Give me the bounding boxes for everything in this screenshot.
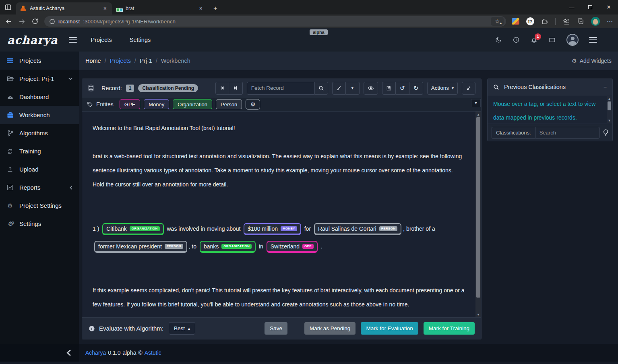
undo-icon[interactable]: ↺: [396, 82, 409, 95]
entity-tag-money[interactable]: Money: [144, 99, 169, 109]
mark-for-evaluation-button[interactable]: Mark for Evaluation: [361, 322, 418, 335]
scroll-down-icon[interactable]: ▼: [608, 118, 611, 123]
sidebar-item-settings[interactable]: ⚙⚙ Settings: [0, 215, 79, 233]
entity-tag-organization[interactable]: Organization: [173, 99, 212, 109]
content-area: Record: 1 Classification Pending: [79, 70, 618, 344]
aside-toggle-icon[interactable]: [589, 37, 597, 43]
tab-actions-icon[interactable]: [0, 0, 16, 14]
panel-title: Previous Classifications: [504, 84, 566, 90]
extensions-puzzle-icon[interactable]: [541, 18, 548, 25]
fetch-record-input[interactable]: [247, 82, 314, 95]
sidebar-item-project-settings[interactable]: ⚙ Project Settings: [0, 196, 79, 215]
restore-button[interactable]: [581, 0, 599, 14]
site-info-icon[interactable]: [49, 19, 55, 25]
browser-menu-icon[interactable]: ⋯: [607, 18, 613, 25]
lightbulb-icon[interactable]: [603, 129, 608, 136]
breadcrumb-prj-1[interactable]: Prj-1: [140, 58, 152, 64]
nav-link-projects[interactable]: Projects: [91, 37, 112, 43]
favorites-list-icon[interactable]: [562, 18, 570, 25]
entity-annotation[interactable]: Raul Salinas de GortariPERSON: [314, 223, 401, 235]
redo-icon[interactable]: ↻: [409, 82, 423, 95]
nav-link-settings[interactable]: Settings: [130, 37, 151, 43]
brush-icon[interactable]: [332, 82, 346, 95]
breadcrumb-home[interactable]: Home: [85, 58, 101, 64]
mark-for-training-button[interactable]: Mark for Training: [424, 322, 475, 335]
panel-scrollbar[interactable]: ▲ ▼: [607, 96, 612, 123]
sidebar-item-projects[interactable]: Projects: [0, 52, 79, 70]
sidebar-item-reports[interactable]: Reports: [0, 178, 79, 196]
collections-icon[interactable]: [577, 18, 584, 25]
back-icon[interactable]: [5, 18, 12, 25]
sidebar-collapse-bar[interactable]: [0, 344, 79, 362]
entity-annotation[interactable]: banksORGANIZATION: [200, 241, 256, 253]
user-avatar[interactable]: [566, 34, 579, 46]
skip-to-last-button[interactable]: [229, 82, 243, 95]
expand-icon[interactable]: [462, 82, 475, 95]
footer-app-link[interactable]: Acharya: [85, 350, 106, 356]
address-bar[interactable]: localhost:3000/#/projects/Prj-1/NER/work…: [44, 16, 506, 27]
actions-dropdown[interactable]: Actions ▾: [427, 82, 458, 95]
sidebar-item-training[interactable]: Training: [0, 142, 79, 160]
tab-close-icon[interactable]: ×: [102, 5, 108, 12]
browser-profile-avatar[interactable]: [591, 17, 600, 26]
scroll-down-icon[interactable]: ▼: [477, 312, 480, 317]
tab-close-icon[interactable]: ×: [198, 5, 204, 12]
save-disk-icon[interactable]: [382, 82, 396, 95]
sidebar-item-label: Project: Prj-1: [19, 75, 54, 82]
record-label: Record:: [101, 85, 122, 91]
notifications-bell-icon[interactable]: 1: [530, 36, 538, 44]
mark-as-pending-button[interactable]: Mark as Pending: [304, 322, 356, 335]
entity-label-chip: ORGANIZATION: [221, 244, 252, 249]
entity-tag-gpe[interactable]: GPE: [120, 99, 140, 109]
close-window-button[interactable]: ×: [599, 0, 618, 14]
refresh-icon[interactable]: [31, 18, 39, 25]
history-clock-icon[interactable]: [513, 36, 520, 43]
add-widgets-button[interactable]: ⚙ Add Widgets: [572, 58, 612, 64]
sidebar-item-project-prj-1[interactable]: Project: Prj-1: [0, 70, 79, 88]
folder-open-icon: [6, 76, 14, 82]
algorithm-dropdown[interactable]: Best ▴: [169, 322, 195, 335]
acharya-logo[interactable]: acharya: [7, 34, 58, 46]
entity-annotation[interactable]: CitibankORGANIZATION: [102, 223, 163, 235]
forward-icon[interactable]: [18, 18, 26, 25]
sidebar-toggle-icon[interactable]: [69, 37, 77, 43]
breadcrumb-projects[interactable]: Projects: [110, 58, 131, 64]
info-icon: [89, 325, 95, 332]
collapse-minus-icon[interactable]: −: [604, 84, 607, 90]
doc-paragraph: brat is a web-based tool for structured …: [93, 149, 465, 192]
dark-mode-moon-icon[interactable]: [495, 36, 502, 43]
entity-annotation[interactable]: $100 millionMONEY: [244, 223, 301, 235]
search-icon[interactable]: [314, 82, 328, 95]
panel-caret-button[interactable]: ▾: [471, 99, 481, 107]
save-button[interactable]: Save: [265, 322, 287, 335]
extension-image-icon[interactable]: [512, 18, 519, 25]
entity-annotation[interactable]: SwitzerlandGPE: [267, 241, 318, 253]
panel-hint-text: Mouse over a tag, or select a text to vi…: [488, 95, 606, 124]
widget-panel-icon[interactable]: [548, 36, 556, 44]
scrollbar-thumb[interactable]: [476, 117, 480, 298]
chevron-left-icon[interactable]: [66, 350, 71, 356]
extension-f-icon[interactable]: f?: [526, 17, 534, 25]
entity-settings-button[interactable]: ⚙: [246, 99, 260, 110]
document-scrollbar[interactable]: ▲ ▼: [475, 112, 481, 317]
browser-tab-acharya[interactable]: Astutic Acharya ×: [16, 2, 112, 14]
sidebar-item-workbench[interactable]: Workbench: [0, 106, 79, 124]
scroll-up-icon[interactable]: ▲: [608, 96, 611, 101]
new-tab-button[interactable]: +: [209, 2, 221, 14]
browser-tab-brat[interactable]: brat ×: [112, 2, 208, 14]
scrollbar-thumb[interactable]: [608, 101, 611, 110]
eye-icon[interactable]: [364, 82, 378, 95]
skip-to-first-button[interactable]: [215, 82, 229, 95]
entity-tag-person[interactable]: Person: [216, 99, 242, 109]
sidebar-item-dashboard[interactable]: Dashboard: [0, 88, 79, 106]
minimize-button[interactable]: —: [562, 0, 581, 14]
brush-dropdown-button[interactable]: ▾: [346, 82, 360, 95]
sidebar-item-upload[interactable]: Upload: [0, 160, 79, 178]
sidebar-item-algorithms[interactable]: Algorithms: [0, 124, 79, 142]
classifications-search-input[interactable]: [535, 127, 599, 139]
entity-annotation[interactable]: former Mexican presidentPERSON: [94, 241, 187, 253]
footer-company-link[interactable]: Astutic: [145, 350, 161, 356]
scroll-up-icon[interactable]: ▲: [477, 112, 480, 117]
add-widgets-label: Add Widgets: [580, 58, 612, 64]
favorite-star-icon[interactable]: ☆+: [491, 17, 504, 26]
